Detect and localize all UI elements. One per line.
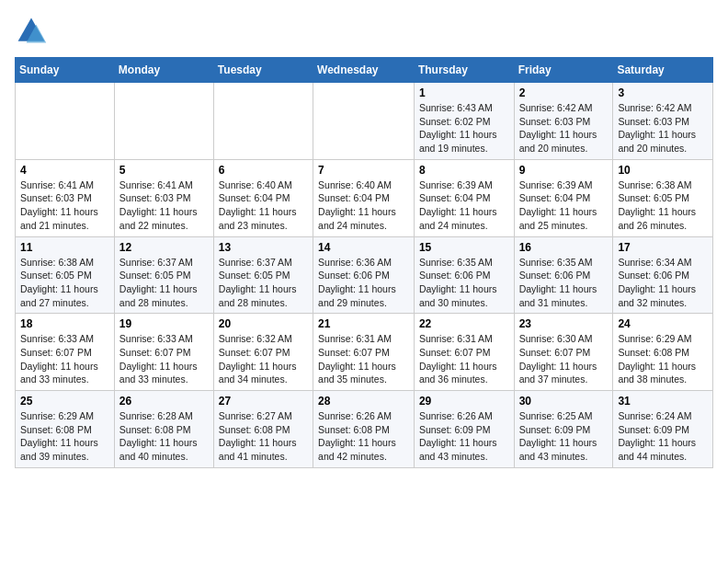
calendar-cell bbox=[16, 83, 115, 160]
calendar-cell: 24Sunrise: 6:29 AM Sunset: 6:08 PM Dayli… bbox=[613, 314, 713, 391]
calendar-cell bbox=[114, 83, 213, 160]
day-number: 24 bbox=[618, 317, 708, 330]
calendar-cell: 18Sunrise: 6:33 AM Sunset: 6:07 PM Dayli… bbox=[16, 314, 115, 391]
calendar-cell: 13Sunrise: 6:37 AM Sunset: 6:05 PM Dayli… bbox=[213, 236, 313, 314]
day-number: 30 bbox=[519, 395, 609, 408]
day-number: 26 bbox=[119, 395, 209, 408]
day-number: 1 bbox=[419, 86, 509, 99]
calendar-cell: 30Sunrise: 6:25 AM Sunset: 6:09 PM Dayli… bbox=[514, 391, 613, 468]
calendar-cell: 31Sunrise: 6:24 AM Sunset: 6:09 PM Dayli… bbox=[613, 391, 713, 468]
calendar-cell: 7Sunrise: 6:40 AM Sunset: 6:04 PM Daylig… bbox=[313, 159, 415, 236]
calendar-cell: 8Sunrise: 6:39 AM Sunset: 6:04 PM Daylig… bbox=[414, 159, 514, 236]
day-info: Sunrise: 6:33 AM Sunset: 6:07 PM Dayligh… bbox=[119, 332, 209, 386]
day-number: 5 bbox=[119, 164, 209, 177]
day-info: Sunrise: 6:25 AM Sunset: 6:09 PM Dayligh… bbox=[519, 409, 609, 464]
day-info: Sunrise: 6:37 AM Sunset: 6:05 PM Dayligh… bbox=[119, 256, 209, 310]
calendar-cell: 23Sunrise: 6:30 AM Sunset: 6:07 PM Dayli… bbox=[514, 314, 613, 391]
page-header bbox=[15, 15, 713, 48]
calendar-cell: 29Sunrise: 6:26 AM Sunset: 6:09 PM Dayli… bbox=[414, 391, 514, 468]
day-info: Sunrise: 6:26 AM Sunset: 6:08 PM Dayligh… bbox=[318, 409, 409, 464]
day-info: Sunrise: 6:34 AM Sunset: 6:06 PM Dayligh… bbox=[618, 256, 708, 310]
day-number: 16 bbox=[519, 241, 609, 254]
calendar-cell: 9Sunrise: 6:39 AM Sunset: 6:04 PM Daylig… bbox=[514, 159, 613, 236]
calendar-week-row: 11Sunrise: 6:38 AM Sunset: 6:05 PM Dayli… bbox=[16, 236, 713, 314]
day-number: 23 bbox=[519, 317, 609, 330]
day-of-week-header: Tuesday bbox=[213, 58, 313, 83]
calendar-week-row: 1Sunrise: 6:43 AM Sunset: 6:02 PM Daylig… bbox=[16, 83, 713, 160]
calendar-cell: 3Sunrise: 6:42 AM Sunset: 6:03 PM Daylig… bbox=[613, 83, 713, 160]
day-number: 12 bbox=[119, 241, 209, 254]
calendar-cell: 19Sunrise: 6:33 AM Sunset: 6:07 PM Dayli… bbox=[114, 314, 213, 391]
calendar-cell: 27Sunrise: 6:27 AM Sunset: 6:08 PM Dayli… bbox=[213, 391, 313, 468]
day-info: Sunrise: 6:35 AM Sunset: 6:06 PM Dayligh… bbox=[419, 256, 509, 310]
day-number: 15 bbox=[419, 241, 509, 254]
calendar-cell: 4Sunrise: 6:41 AM Sunset: 6:03 PM Daylig… bbox=[16, 159, 115, 236]
day-info: Sunrise: 6:38 AM Sunset: 6:05 PM Dayligh… bbox=[618, 178, 708, 233]
day-number: 4 bbox=[20, 164, 109, 177]
day-number: 2 bbox=[519, 86, 609, 99]
day-number: 17 bbox=[618, 241, 708, 254]
calendar-cell: 1Sunrise: 6:43 AM Sunset: 6:02 PM Daylig… bbox=[414, 83, 514, 160]
day-of-week-header: Monday bbox=[114, 58, 213, 83]
day-number: 13 bbox=[219, 241, 308, 254]
day-info: Sunrise: 6:41 AM Sunset: 6:03 PM Dayligh… bbox=[20, 178, 109, 233]
day-info: Sunrise: 6:26 AM Sunset: 6:09 PM Dayligh… bbox=[419, 409, 509, 464]
day-number: 7 bbox=[318, 164, 409, 177]
day-info: Sunrise: 6:38 AM Sunset: 6:05 PM Dayligh… bbox=[20, 256, 109, 310]
day-info: Sunrise: 6:35 AM Sunset: 6:06 PM Dayligh… bbox=[519, 256, 609, 310]
calendar-header-row: SundayMondayTuesdayWednesdayThursdayFrid… bbox=[16, 58, 713, 83]
calendar-cell: 25Sunrise: 6:29 AM Sunset: 6:08 PM Dayli… bbox=[16, 391, 115, 468]
day-info: Sunrise: 6:43 AM Sunset: 6:02 PM Dayligh… bbox=[419, 101, 509, 155]
day-info: Sunrise: 6:29 AM Sunset: 6:08 PM Dayligh… bbox=[618, 332, 708, 386]
day-info: Sunrise: 6:39 AM Sunset: 6:04 PM Dayligh… bbox=[419, 178, 509, 233]
day-number: 29 bbox=[419, 395, 509, 408]
day-number: 6 bbox=[219, 164, 308, 177]
day-number: 18 bbox=[20, 317, 109, 330]
day-info: Sunrise: 6:29 AM Sunset: 6:08 PM Dayligh… bbox=[20, 409, 109, 464]
day-number: 9 bbox=[519, 164, 609, 177]
day-of-week-header: Saturday bbox=[613, 58, 713, 83]
day-info: Sunrise: 6:39 AM Sunset: 6:04 PM Dayligh… bbox=[519, 178, 609, 233]
day-number: 8 bbox=[419, 164, 509, 177]
day-info: Sunrise: 6:27 AM Sunset: 6:08 PM Dayligh… bbox=[219, 409, 308, 464]
day-info: Sunrise: 6:40 AM Sunset: 6:04 PM Dayligh… bbox=[219, 178, 308, 233]
calendar-week-row: 18Sunrise: 6:33 AM Sunset: 6:07 PM Dayli… bbox=[16, 314, 713, 391]
calendar-cell bbox=[213, 83, 313, 160]
calendar-cell: 26Sunrise: 6:28 AM Sunset: 6:08 PM Dayli… bbox=[114, 391, 213, 468]
calendar-cell: 17Sunrise: 6:34 AM Sunset: 6:06 PM Dayli… bbox=[613, 236, 713, 314]
calendar-cell: 14Sunrise: 6:36 AM Sunset: 6:06 PM Dayli… bbox=[313, 236, 415, 314]
calendar-cell: 28Sunrise: 6:26 AM Sunset: 6:08 PM Dayli… bbox=[313, 391, 415, 468]
day-info: Sunrise: 6:40 AM Sunset: 6:04 PM Dayligh… bbox=[318, 178, 409, 233]
calendar-table: SundayMondayTuesdayWednesdayThursdayFrid… bbox=[15, 57, 713, 468]
calendar-cell: 11Sunrise: 6:38 AM Sunset: 6:05 PM Dayli… bbox=[16, 236, 115, 314]
calendar-cell bbox=[313, 83, 415, 160]
day-number: 10 bbox=[618, 164, 708, 177]
day-number: 20 bbox=[219, 317, 308, 330]
day-number: 25 bbox=[20, 395, 109, 408]
day-info: Sunrise: 6:42 AM Sunset: 6:03 PM Dayligh… bbox=[519, 101, 609, 155]
calendar-cell: 21Sunrise: 6:31 AM Sunset: 6:07 PM Dayli… bbox=[313, 314, 415, 391]
day-of-week-header: Wednesday bbox=[313, 58, 415, 83]
day-number: 22 bbox=[419, 317, 509, 330]
calendar-cell: 6Sunrise: 6:40 AM Sunset: 6:04 PM Daylig… bbox=[213, 159, 313, 236]
day-info: Sunrise: 6:42 AM Sunset: 6:03 PM Dayligh… bbox=[618, 101, 708, 155]
day-of-week-header: Friday bbox=[514, 58, 613, 83]
day-info: Sunrise: 6:37 AM Sunset: 6:05 PM Dayligh… bbox=[219, 256, 308, 310]
calendar-cell: 10Sunrise: 6:38 AM Sunset: 6:05 PM Dayli… bbox=[613, 159, 713, 236]
day-number: 14 bbox=[318, 241, 409, 254]
day-number: 31 bbox=[618, 395, 708, 408]
day-info: Sunrise: 6:31 AM Sunset: 6:07 PM Dayligh… bbox=[318, 332, 409, 386]
day-number: 28 bbox=[318, 395, 409, 408]
logo bbox=[15, 15, 53, 48]
calendar-cell: 15Sunrise: 6:35 AM Sunset: 6:06 PM Dayli… bbox=[414, 236, 514, 314]
calendar-cell: 5Sunrise: 6:41 AM Sunset: 6:03 PM Daylig… bbox=[114, 159, 213, 236]
day-of-week-header: Thursday bbox=[414, 58, 514, 83]
day-number: 19 bbox=[119, 317, 209, 330]
calendar-cell: 12Sunrise: 6:37 AM Sunset: 6:05 PM Dayli… bbox=[114, 236, 213, 314]
day-info: Sunrise: 6:31 AM Sunset: 6:07 PM Dayligh… bbox=[419, 332, 509, 386]
calendar-week-row: 25Sunrise: 6:29 AM Sunset: 6:08 PM Dayli… bbox=[16, 391, 713, 468]
day-info: Sunrise: 6:24 AM Sunset: 6:09 PM Dayligh… bbox=[618, 409, 708, 464]
day-info: Sunrise: 6:36 AM Sunset: 6:06 PM Dayligh… bbox=[318, 256, 409, 310]
calendar-cell: 20Sunrise: 6:32 AM Sunset: 6:07 PM Dayli… bbox=[213, 314, 313, 391]
calendar-week-row: 4Sunrise: 6:41 AM Sunset: 6:03 PM Daylig… bbox=[16, 159, 713, 236]
